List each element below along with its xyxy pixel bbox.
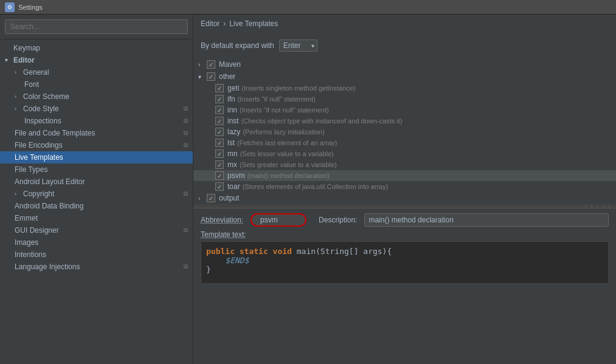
code-closing-brace: } bbox=[206, 265, 211, 274]
code-line-2: $END$ bbox=[206, 256, 603, 265]
chevron-right-icon: › bbox=[15, 191, 22, 197]
abbreviation-highlight bbox=[251, 213, 306, 227]
template-abbr: psvm bbox=[227, 171, 245, 180]
sidebar-item-android-layout-editor[interactable]: Android Layout Editor bbox=[0, 176, 193, 188]
template-item-inn[interactable]: inn (Inserts "if not null" statement) bbox=[193, 105, 616, 115]
description-input[interactable] bbox=[364, 213, 609, 227]
abbreviation-label: Abbreviation: bbox=[201, 216, 243, 224]
lst-checkbox[interactable] bbox=[215, 139, 224, 147]
inst-checkbox[interactable] bbox=[215, 117, 224, 125]
lazy-checkbox[interactable] bbox=[215, 128, 224, 136]
sidebar-item-language-injections[interactable]: Language Injections ⧉ bbox=[0, 261, 193, 273]
sidebar-item-color-scheme[interactable]: › Color Scheme bbox=[0, 91, 193, 103]
copy-icon: ⧉ bbox=[184, 105, 188, 112]
sidebar-item-code-style[interactable]: › Code Style ⧉ bbox=[0, 103, 193, 115]
template-abbr: mn bbox=[227, 149, 238, 158]
sidebar-item-label: Language Injections bbox=[15, 263, 80, 271]
sidebar-item-label: Code Style bbox=[23, 105, 59, 113]
template-item-ifn[interactable]: ifn (Inserts "if null" statement) bbox=[193, 94, 616, 105]
template-group-other[interactable]: ▾ other bbox=[193, 70, 616, 83]
template-text-label: Template text: bbox=[201, 230, 609, 239]
template-item-inst[interactable]: inst (Checks object type with instanceof… bbox=[193, 115, 616, 126]
sidebar-item-file-types[interactable]: File Types bbox=[0, 163, 193, 176]
template-item-toar[interactable]: toar (Stores elements of java.util.Colle… bbox=[193, 181, 616, 192]
sidebar-item-copyright[interactable]: › Copyright ⧉ bbox=[0, 188, 193, 200]
sidebar-item-label: Emmet bbox=[15, 214, 38, 222]
sidebar-item-font[interactable]: Font bbox=[0, 78, 193, 91]
sidebar-item-intentions[interactable]: Intentions bbox=[0, 249, 193, 261]
mn-checkbox[interactable] bbox=[215, 149, 224, 158]
maven-checkbox[interactable] bbox=[207, 60, 215, 69]
template-desc: (Stores elements of java.util.Collection… bbox=[243, 183, 389, 190]
output-checkbox[interactable] bbox=[207, 194, 215, 202]
template-desc: (main() method declaration) bbox=[247, 172, 330, 179]
copy-icon: ⧉ bbox=[184, 129, 188, 137]
breadcrumb-parent: Editor bbox=[201, 19, 220, 28]
template-desc: (Inserts "if not null" statement) bbox=[240, 106, 329, 114]
mx-checkbox[interactable] bbox=[215, 160, 224, 169]
code-area[interactable]: public static void main(String[] args){ … bbox=[201, 241, 609, 284]
sidebar-item-label: Inspections bbox=[24, 117, 61, 125]
copy-icon: ⧉ bbox=[184, 142, 188, 149]
psvm-checkbox[interactable] bbox=[215, 171, 224, 180]
expand-select-wrapper: Enter Tab Space bbox=[279, 39, 317, 52]
sidebar-item-gui-designer[interactable]: GUI Designer ⧉ bbox=[0, 224, 193, 236]
sidebar-item-label: Live Templates bbox=[15, 153, 63, 162]
template-item-lazy[interactable]: lazy (Performs lazy initialization) bbox=[193, 126, 616, 137]
copy-icon: ⧉ bbox=[184, 263, 188, 270]
sidebar-item-general[interactable]: › General bbox=[0, 66, 193, 78]
template-text-label-text: Template text: bbox=[201, 230, 246, 239]
sidebar-item-label: Android Layout Editor bbox=[15, 177, 85, 186]
group-name: output bbox=[219, 194, 239, 202]
sidebar-item-label: Font bbox=[24, 80, 39, 89]
expand-select[interactable]: Enter Tab Space bbox=[279, 39, 317, 52]
copy-icon: ⧉ bbox=[184, 190, 188, 197]
search-input[interactable] bbox=[5, 19, 188, 34]
code-main: main(String[] args){ bbox=[297, 247, 392, 256]
other-checkbox[interactable] bbox=[207, 72, 215, 81]
sidebar-item-file-encodings[interactable]: File Encodings ⧉ bbox=[0, 139, 193, 151]
sidebar-item-label: Color Scheme bbox=[23, 92, 69, 101]
geti-checkbox[interactable] bbox=[215, 84, 224, 92]
abbreviation-input[interactable] bbox=[260, 216, 297, 224]
code-line-3: } bbox=[206, 265, 603, 274]
template-item-lst[interactable]: lst (Fetches last element of an array) bbox=[193, 137, 616, 148]
template-item-mx[interactable]: mx (Sets greater value to a variable) bbox=[193, 159, 616, 170]
template-abbr: inn bbox=[227, 106, 237, 114]
sidebar-item-label: Android Data Binding bbox=[15, 202, 83, 210]
sidebar: Keymap ▾ Editor › General Font › Color S… bbox=[0, 15, 193, 364]
template-item-mn[interactable]: mn (Sets lesser value to a variable) bbox=[193, 148, 616, 159]
sidebar-item-keymap[interactable]: Keymap bbox=[0, 42, 193, 54]
template-abbr: mx bbox=[227, 160, 237, 169]
template-abbr: geti bbox=[227, 84, 239, 92]
copy-icon: ⧉ bbox=[184, 227, 188, 234]
sidebar-item-label: File Types bbox=[15, 165, 47, 174]
sidebar-item-label: General bbox=[23, 68, 49, 77]
sidebar-item-inspections[interactable]: Inspections ⧉ bbox=[0, 115, 193, 127]
sidebar-item-file-code-templates[interactable]: File and Code Templates ⧉ bbox=[0, 127, 193, 139]
template-item-geti[interactable]: geti (Inserts singleton method getInstan… bbox=[193, 83, 616, 94]
breadcrumb-separator: › bbox=[223, 19, 226, 28]
description-label: Description: bbox=[319, 216, 357, 224]
sidebar-item-editor[interactable]: ▾ Editor bbox=[0, 54, 193, 66]
sidebar-item-android-data-binding[interactable]: Android Data Binding bbox=[0, 200, 193, 212]
template-desc: (Sets lesser value to a variable) bbox=[240, 150, 334, 157]
sidebar-item-images[interactable]: Images bbox=[0, 236, 193, 249]
bottom-section: Abbreviation: Description: Template text… bbox=[193, 208, 616, 364]
inn-checkbox[interactable] bbox=[215, 106, 224, 114]
template-desc: (Inserts singleton method getInstance) bbox=[241, 84, 355, 92]
template-desc: (Sets greater value to a variable) bbox=[240, 161, 337, 168]
top-section: By default expand with Enter Tab Space bbox=[193, 33, 616, 58]
sidebar-item-live-templates[interactable]: Live Templates bbox=[0, 151, 193, 163]
template-desc: (Fetches last element of an array) bbox=[237, 139, 337, 146]
main-layout: Keymap ▾ Editor › General Font › Color S… bbox=[0, 15, 616, 364]
sidebar-item-emmet[interactable]: Emmet bbox=[0, 212, 193, 224]
template-item-psvm[interactable]: psvm (main() method declaration) bbox=[193, 170, 616, 181]
template-group-output[interactable]: › output bbox=[193, 192, 616, 204]
group-name: other bbox=[219, 72, 235, 81]
template-desc: (Checks object type with instanceof and … bbox=[241, 117, 403, 125]
ifn-checkbox[interactable] bbox=[215, 95, 224, 103]
toar-checkbox[interactable] bbox=[215, 182, 224, 191]
sidebar-item-label: Editor bbox=[13, 56, 35, 64]
template-group-maven[interactable]: › Maven bbox=[193, 58, 616, 70]
